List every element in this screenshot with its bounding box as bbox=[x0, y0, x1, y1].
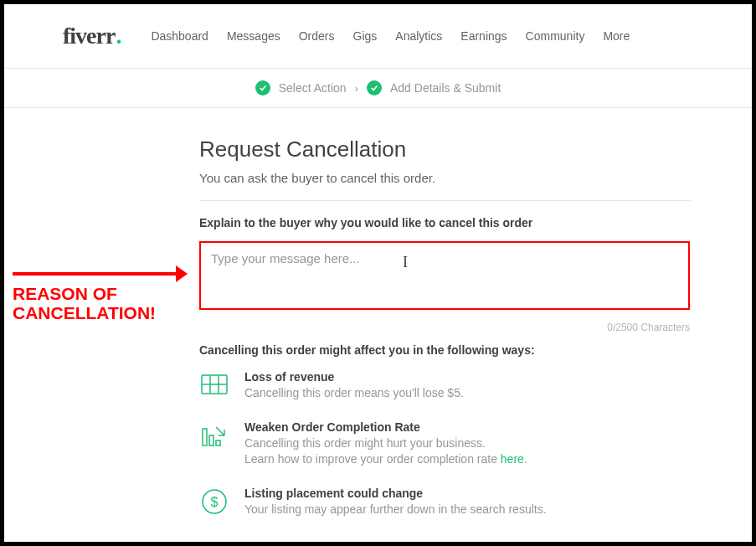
page-title: Request Cancellation bbox=[199, 136, 691, 162]
annotation-arrow-line bbox=[13, 272, 184, 276]
impact-desc: Your listing may appear further down in … bbox=[244, 502, 547, 518]
svg-rect-6 bbox=[216, 440, 220, 446]
nav-community[interactable]: Community bbox=[526, 29, 585, 43]
affect-heading: Cancelling this order might affect you i… bbox=[199, 343, 691, 357]
check-icon bbox=[255, 80, 270, 95]
top-nav: Dashboard Messages Orders Gigs Analytics… bbox=[151, 29, 630, 43]
text-cursor-icon: I bbox=[403, 254, 408, 271]
impact-title: Weaken Order Completion Rate bbox=[244, 420, 527, 434]
annotation-line2: CANCELLATION! bbox=[13, 303, 156, 322]
nav-gigs[interactable]: Gigs bbox=[353, 29, 378, 43]
impact-completion-rate: Weaken Order Completion Rate Cancelling … bbox=[199, 420, 691, 468]
chevron-right-icon: › bbox=[355, 82, 358, 95]
logo-dot-icon: . bbox=[116, 23, 121, 49]
page-subtitle: You can ask the buyer to cancel this ord… bbox=[199, 171, 691, 185]
cancellation-reason-input[interactable] bbox=[199, 241, 690, 310]
annotation-text: REASON OF CANCELLATION! bbox=[13, 284, 156, 322]
annotation-arrow-head-icon bbox=[176, 265, 188, 282]
dollar-circle-icon: $ bbox=[199, 487, 229, 517]
impact-desc: Cancelling this order means you'll lose … bbox=[244, 385, 464, 402]
nav-dashboard[interactable]: Dashboard bbox=[151, 29, 208, 43]
svg-text:$: $ bbox=[211, 495, 219, 509]
divider bbox=[199, 200, 691, 201]
impact-title: Listing placement could change bbox=[244, 487, 547, 500]
step-select-action[interactable]: Select Action bbox=[255, 80, 347, 95]
chart-down-icon bbox=[199, 420, 229, 451]
impact-desc-line1: Cancelling this order might hurt your bu… bbox=[244, 436, 486, 450]
nav-analytics[interactable]: Analytics bbox=[395, 29, 442, 43]
character-count: 0/2500 Characters bbox=[199, 322, 690, 333]
impact-desc: Cancelling this order might hurt your bu… bbox=[244, 435, 527, 468]
logo[interactable]: fiverr. bbox=[63, 23, 121, 49]
nav-orders[interactable]: Orders bbox=[299, 29, 335, 43]
breadcrumb: Select Action › Add Details & Submit bbox=[4, 69, 752, 108]
here-link[interactable]: here bbox=[501, 452, 524, 466]
svg-rect-4 bbox=[203, 429, 207, 446]
check-icon bbox=[367, 80, 382, 95]
nav-more[interactable]: More bbox=[603, 29, 630, 43]
logo-text: fiverr bbox=[63, 23, 115, 49]
impact-desc-line2b: . bbox=[524, 452, 527, 466]
impact-title: Loss of revenue bbox=[244, 370, 464, 384]
step-label: Add Details & Submit bbox=[390, 81, 501, 95]
nav-messages[interactable]: Messages bbox=[227, 29, 280, 43]
step-label: Select Action bbox=[279, 81, 347, 95]
impact-listing-placement: $ Listing placement could change Your li… bbox=[199, 487, 691, 518]
message-field-label: Explain to the buyer why you would like … bbox=[199, 216, 691, 229]
step-add-details[interactable]: Add Details & Submit bbox=[367, 80, 501, 95]
impact-revenue: Loss of revenue Cancelling this order me… bbox=[199, 370, 691, 402]
grid-icon bbox=[199, 370, 229, 400]
svg-rect-5 bbox=[209, 435, 213, 446]
header: fiverr. Dashboard Messages Orders Gigs A… bbox=[4, 4, 752, 69]
nav-earnings[interactable]: Earnings bbox=[460, 29, 507, 43]
impact-desc-line2a: Learn how to improve your order completi… bbox=[244, 452, 501, 466]
annotation-line1: REASON OF bbox=[13, 284, 117, 303]
